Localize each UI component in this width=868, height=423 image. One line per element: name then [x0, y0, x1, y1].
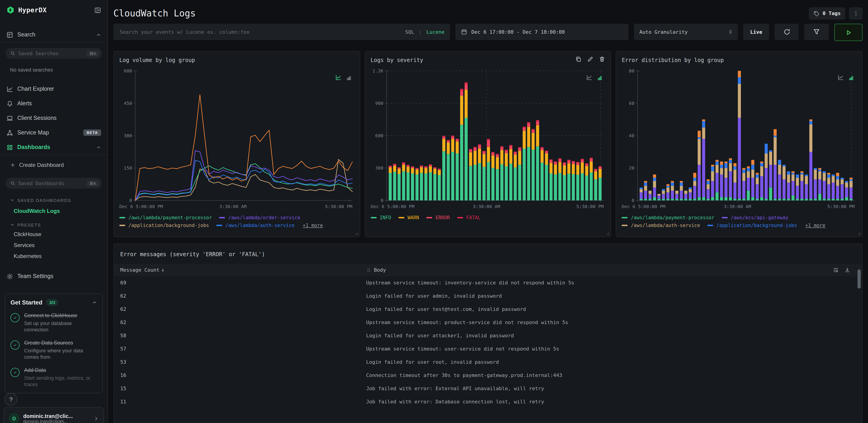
column-header-body[interactable]: Body: [366, 267, 833, 273]
drag-handle-icon[interactable]: [366, 267, 371, 273]
sidebar-item-label: Dashboards: [17, 144, 92, 150]
legend-more-link[interactable]: +1 more: [805, 222, 826, 229]
legend-swatch: [216, 225, 222, 226]
tags-button[interactable]: 0 Tags: [809, 7, 845, 19]
table-row[interactable]: 62Upstream service timeout: product-serv…: [114, 316, 862, 329]
table-row[interactable]: 53Login failed for user root, invalid pa…: [114, 356, 862, 369]
chevron-up-icon[interactable]: [92, 300, 97, 305]
presets-header[interactable]: PRESETS: [10, 221, 102, 229]
sql-mode-toggle[interactable]: SQL: [405, 29, 414, 35]
legend-item[interactable]: /aws/ecs/api-gateway: [721, 214, 788, 222]
line-chart-toggle-icon[interactable]: [837, 74, 844, 81]
sidebar-item-search[interactable]: Search: [0, 27, 107, 42]
edit-icon[interactable]: [587, 56, 594, 62]
get-started-item-desc: Start sending logs, metrics, or traces: [24, 375, 97, 388]
run-query-button[interactable]: [834, 24, 863, 41]
table-row[interactable]: 16Connection timeout after 30s to paymen…: [114, 369, 862, 382]
chart-legend: /aws/lambda/payment-processor/aws/ecs/ap…: [622, 214, 857, 229]
sidebar-item-chart-explorer[interactable]: Chart Explorer: [0, 82, 107, 96]
resize-handle[interactable]: [353, 231, 358, 235]
get-started-item[interactable]: Add DataStart sending logs, metrics, or …: [10, 367, 97, 388]
sidebar-item-client-sessions[interactable]: Client Sessions: [0, 111, 107, 125]
saved-dashboards-header[interactable]: SAVED DASHBOARDS: [10, 196, 102, 204]
legend-item[interactable]: /aws/lambda/payment-processor: [119, 214, 212, 222]
user-profile-chip[interactable]: D dominic.tran@clic... dominic.tran@clic…: [4, 407, 104, 423]
legend-item[interactable]: /aws/lambda/order-service: [219, 214, 300, 222]
dashboard-menu-button[interactable]: [849, 7, 863, 19]
delete-icon[interactable]: [599, 56, 606, 62]
table-row[interactable]: 69Upstream service timeout: inventory-se…: [114, 276, 862, 289]
main-content: CloudWatch Logs 0 Tags SQL | Lucene Dec …: [108, 0, 868, 423]
legend-item[interactable]: FATAL: [457, 214, 481, 222]
date-range-picker[interactable]: Dec 6 17:00:00 - Dec 7 18:00:00: [456, 24, 628, 40]
line-chart-toggle-icon[interactable]: [586, 74, 593, 81]
sidebar-item-dashboards[interactable]: Dashboards: [0, 140, 107, 154]
help-button[interactable]: ?: [5, 393, 17, 406]
legend-more-link[interactable]: +1 more: [303, 222, 323, 229]
get-started-item[interactable]: Create Data SourcesConfigure where your …: [10, 340, 97, 361]
collapse-sidebar-icon[interactable]: [94, 7, 101, 13]
cell-message-count: 69: [114, 280, 366, 286]
check-circle-icon: [10, 368, 20, 377]
table-row[interactable]: 57Upstream service timeout: user-service…: [114, 342, 862, 356]
chevron-down-icon: [10, 222, 14, 227]
bar-chart-toggle-icon[interactable]: [346, 75, 351, 81]
preset-item-kubernetes[interactable]: Kubernetes: [0, 251, 107, 262]
bar-chart-toggle-icon[interactable]: [848, 75, 854, 81]
refresh-button[interactable]: [775, 24, 799, 40]
chart-canvas[interactable]: 806040200Dec 6 5:00:00 PM3:30:00 AM5:30:…: [622, 67, 857, 212]
sidebar-item-service-map[interactable]: Service Map BETA: [0, 125, 107, 140]
chart-canvas[interactable]: 1.2K9006003000Dec 6 5:00:00 PM3:30:00 AM…: [370, 67, 605, 212]
legend-row: /aws/lambda/auth-service/application/bac…: [622, 222, 857, 229]
column-header-message-count[interactable]: Message Count: [114, 267, 366, 273]
legend-item[interactable]: WARN: [399, 214, 419, 222]
event-search-input[interactable]: [119, 28, 401, 35]
live-button[interactable]: Live: [743, 24, 769, 40]
svg-text:300: 300: [375, 165, 383, 171]
table-row[interactable]: 62Login failed for user test@test.com, i…: [114, 303, 862, 316]
legend-item[interactable]: /aws/lambda/payment-processor: [622, 214, 715, 222]
chart-panel-2: Logs by severity1.2K9006003000Dec 6 5:00…: [365, 51, 611, 237]
legend-swatch: [370, 217, 376, 218]
download-icon[interactable]: [844, 267, 850, 273]
legend-item[interactable]: /application/background-jobs: [119, 222, 209, 229]
user-email: dominic.tran@clickh...: [23, 419, 90, 423]
saved-searches-input[interactable]: Saved Searches ⌘K: [5, 48, 102, 59]
filter-button[interactable]: [804, 24, 829, 40]
preset-item-clickhouse[interactable]: ClickHouse: [0, 229, 107, 240]
legend-item[interactable]: /application/background-jobs: [707, 222, 797, 229]
line-chart-toggle-icon[interactable]: [335, 74, 341, 81]
sidebar-item-alerts[interactable]: Alerts: [0, 96, 107, 111]
resize-handle[interactable]: [605, 231, 610, 235]
legend-item[interactable]: ERROR: [427, 214, 450, 222]
lucene-mode-toggle[interactable]: Lucene: [427, 29, 445, 35]
column-label: Body: [374, 267, 386, 273]
svg-text:600: 600: [124, 68, 132, 74]
sidebar: HyperDX Search Saved Searches ⌘K No save…: [0, 0, 108, 423]
legend-item[interactable]: INFO: [370, 214, 391, 222]
get-started-item[interactable]: Connect to ClickHouseSet up your databas…: [10, 312, 97, 333]
saved-dashboards-input[interactable]: Saved Dashboards ⌘K: [5, 178, 102, 189]
chart-canvas[interactable]: 6004503001500Dec 6 5:00:00 PM3:30:00 AM5…: [119, 67, 354, 212]
table-scrollbar[interactable]: [858, 270, 861, 288]
table-row[interactable]: 15Job failed with error: External API un…: [114, 382, 862, 395]
legend-item[interactable]: /aws/lambda/auth-service: [216, 222, 294, 229]
granularity-select[interactable]: Auto Granularity: [634, 24, 738, 40]
resize-handle[interactable]: [856, 231, 861, 235]
bar-chart-toggle-icon[interactable]: [597, 75, 603, 81]
dashboard-item-cloudwatch-logs[interactable]: CloudWatch Logs: [0, 206, 107, 216]
table-row[interactable]: 11Job failed with error: Database connec…: [114, 395, 862, 408]
create-dashboard-button[interactable]: Create Dashboard: [0, 159, 107, 171]
tree-header-label: PRESETS: [17, 222, 41, 227]
wrap-lines-icon[interactable]: [833, 267, 839, 273]
legend-item[interactable]: /aws/lambda/auth-service: [622, 222, 700, 229]
table-row[interactable]: 58Login failed for user attacker1, inval…: [114, 329, 862, 342]
sidebar-item-team-settings[interactable]: Team Settings: [0, 269, 107, 284]
get-started-item-desc: Set up your database connection: [24, 320, 97, 333]
preset-item-services[interactable]: Services: [0, 240, 107, 251]
duplicate-icon[interactable]: [576, 56, 582, 62]
table-row[interactable]: 62Login failed for user admin, invalid p…: [114, 289, 862, 303]
legend-swatch: [119, 217, 125, 218]
chevron-up-icon: [96, 145, 101, 150]
chart-view-toggles: [586, 74, 603, 81]
